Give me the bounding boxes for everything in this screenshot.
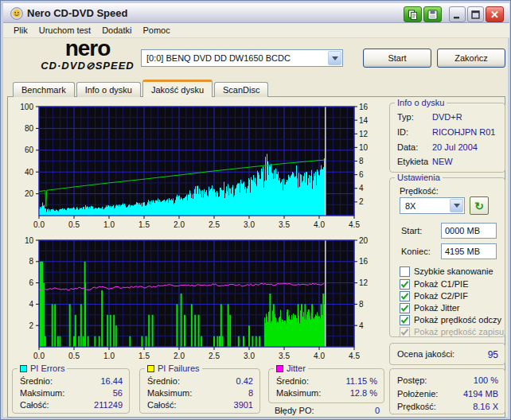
svg-text:4.0: 4.0 xyxy=(314,220,325,229)
checkbox-pokaz-jitter[interactable]: Pokaż Jitter xyxy=(400,302,459,313)
speed-selector-value: 8X xyxy=(400,201,449,211)
menu-plik[interactable]: Plik xyxy=(8,24,33,37)
settings-title: Ustawienia xyxy=(395,173,443,182)
disc-info-row: Data:20 Jul 2004 xyxy=(397,142,498,154)
svg-text:4: 4 xyxy=(359,184,364,192)
pi-errors-title: PI Errors xyxy=(30,364,64,373)
menu-pomoc[interactable]: Pomoc xyxy=(137,24,175,37)
checkbox-pokaz-predkosc-odczytu[interactable]: Pokaż prędkość odczy xyxy=(400,314,501,325)
start-position-label: Start: xyxy=(401,226,422,235)
checkbox-pokaz-predkosc-zapisu: Pokaż prędkość zapisu xyxy=(400,326,504,337)
svg-text:1.5: 1.5 xyxy=(138,352,150,360)
window-title: Nero CD-DVD Speed xyxy=(27,7,127,19)
svg-text:0.0: 0.0 xyxy=(33,220,45,229)
tab-scandisc[interactable]: ScanDisc xyxy=(214,82,268,97)
svg-text:8: 8 xyxy=(359,157,364,165)
tab-benchmark[interactable]: Benchmark xyxy=(13,82,75,97)
speed-selector[interactable]: 8X xyxy=(400,197,465,214)
progress-row: Prędkość:8.16 X xyxy=(397,402,498,413)
checkbox-pokaz-c1-pie[interactable]: Pokaż C1/PIE xyxy=(400,278,468,290)
title-bar: Nero CD-DVD Speed xyxy=(3,3,509,23)
svg-text:16: 16 xyxy=(359,103,369,111)
stat-row: Całość:211249 xyxy=(20,400,123,411)
copy-icon xyxy=(408,10,418,20)
svg-text:1.0: 1.0 xyxy=(103,220,115,229)
menu-dodatki[interactable]: Dodatki xyxy=(96,24,137,37)
refresh-button[interactable]: ↻ xyxy=(470,196,489,215)
svg-text:2: 2 xyxy=(359,197,364,206)
maximize-button[interactable] xyxy=(467,6,484,22)
menu-uruchom-test[interactable]: Uruchom test xyxy=(33,24,96,37)
svg-text:12: 12 xyxy=(359,130,369,138)
svg-text:2: 2 xyxy=(29,321,33,330)
end-position-input[interactable] xyxy=(441,243,497,259)
maximize-icon xyxy=(471,10,480,19)
svg-text:0.0: 0.0 xyxy=(33,352,45,360)
quality-score-box: Ocena jakości: 95 xyxy=(389,343,505,365)
stat-row: Maksimum:56 xyxy=(20,388,123,399)
disc-info-title: Info o dysku xyxy=(395,98,447,107)
progress-box: Postęp:100 % Położenie:4194 MB Prędkość:… xyxy=(389,368,505,414)
svg-text:4.0: 4.0 xyxy=(314,352,325,360)
quality-score-value: 95 xyxy=(488,349,498,360)
save-icon xyxy=(427,10,438,20)
svg-text:4: 4 xyxy=(359,321,364,330)
stat-row: Całość:3901 xyxy=(147,400,253,411)
disc-info-row: EtykietaNEW xyxy=(397,157,498,168)
copy-chart-button[interactable] xyxy=(404,6,422,22)
save-results-button[interactable] xyxy=(423,6,442,22)
stat-row: Średnio:16.44 xyxy=(20,376,123,387)
svg-text:4.5: 4.5 xyxy=(349,220,360,229)
svg-text:10: 10 xyxy=(359,143,369,152)
settings-box: Ustawienia Prędkość: 8X ↻ Start: Koniec:… xyxy=(389,177,505,337)
svg-text:4: 4 xyxy=(29,300,33,309)
jitter-title: Jitter xyxy=(287,364,306,373)
tab-info-o-dysku[interactable]: Info o dysku xyxy=(76,82,141,97)
speed-label: Prędkość: xyxy=(400,186,439,196)
checkbox-szybkie-skanowanie[interactable]: Szybkie skanowanie xyxy=(400,266,493,277)
checkbox-icon xyxy=(400,303,410,313)
drive-selector[interactable]: [0:0] BENQ DVD DD DW1650 BCDC xyxy=(141,49,343,67)
chevron-down-icon[interactable] xyxy=(328,51,341,65)
disc-info-row: Typ:DVD+R xyxy=(397,112,498,123)
svg-text:20: 20 xyxy=(359,236,369,245)
app-icon xyxy=(10,7,23,20)
close-icon: ✕ xyxy=(490,10,499,20)
svg-text:10: 10 xyxy=(25,236,34,245)
svg-text:100: 100 xyxy=(20,103,33,111)
start-button[interactable]: Start xyxy=(363,49,431,68)
drive-selector-value: [0:0] BENQ DVD DD DW1650 BCDC xyxy=(142,53,327,63)
svg-text:1.5: 1.5 xyxy=(138,220,150,229)
quality-score-label: Ocena jakości: xyxy=(397,349,454,359)
tab-jakosc-dysku[interactable]: Jakość dysku xyxy=(142,80,213,97)
end-position-label: Koniec: xyxy=(401,247,431,256)
svg-text:2.5: 2.5 xyxy=(209,220,220,229)
svg-text:3.0: 3.0 xyxy=(244,220,255,229)
svg-text:20: 20 xyxy=(25,189,34,198)
checkbox-pokaz-c2-pif[interactable]: Pokaż C2/PIF xyxy=(400,290,468,301)
pi-failures-jitter-chart: 108642201612840.00.51.01.52.02.53.03.54.… xyxy=(10,233,380,365)
svg-text:8: 8 xyxy=(359,300,364,309)
jitter-stats-box: Jitter Średnio:11.15 % Maksimum:12.8 % xyxy=(268,368,384,403)
po-errors-row: Błędy PO:0 xyxy=(275,406,380,417)
chevron-down-icon[interactable] xyxy=(450,199,463,212)
start-position-input[interactable] xyxy=(441,223,497,239)
checkbox-icon xyxy=(400,279,410,290)
svg-text:2.0: 2.0 xyxy=(174,220,185,229)
svg-text:3.5: 3.5 xyxy=(279,352,290,360)
close-button[interactable]: ✕ xyxy=(486,6,504,22)
svg-text:0.5: 0.5 xyxy=(68,220,80,229)
tab-bar: Benchmark Info o dysku Jakość dysku Scan… xyxy=(13,80,270,97)
pi-failures-title: PI Failures xyxy=(158,364,200,373)
svg-text:3.0: 3.0 xyxy=(244,352,255,360)
svg-text:4.5: 4.5 xyxy=(349,352,360,360)
pi-errors-chart: 100806040201614121086420.00.51.01.52.02.… xyxy=(10,99,380,231)
disc-info-box: Info o dysku Typ:DVD+R ID:RICOHJPN R01 D… xyxy=(389,103,505,173)
stat-row: Średnio:0.42 xyxy=(147,376,253,387)
progress-row: Położenie:4194 MB xyxy=(397,389,498,400)
pi-failures-legend-swatch xyxy=(147,365,154,372)
svg-text:6: 6 xyxy=(359,170,364,179)
minimize-button[interactable] xyxy=(449,6,466,22)
stop-button[interactable]: Zakończ xyxy=(437,49,505,68)
minimize-icon xyxy=(453,10,462,19)
